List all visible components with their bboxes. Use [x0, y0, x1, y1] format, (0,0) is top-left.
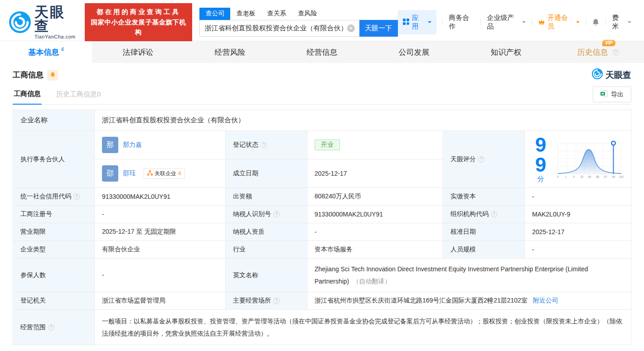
capital-value: 808240万人民币	[307, 188, 443, 206]
tab-history-info[interactable]: 历史信息 VIP	[552, 41, 644, 63]
paid-capital-value: -	[525, 188, 631, 206]
open-vip-button[interactable]: 开通会员	[538, 14, 580, 31]
auto-translate-note: （自动翻译）	[353, 278, 391, 285]
tab-operation-risk[interactable]: 经营风险	[184, 41, 276, 63]
top-nav: 应用 商务合作 企业级产品 开通会员	[398, 10, 631, 34]
table-row: 企业类型 有限合伙企业 行业 资本市场服务 人员规模 -	[13, 241, 631, 259]
apps-grid-icon	[403, 19, 409, 26]
tab-intellectual-property[interactable]: 知识产权	[460, 41, 552, 63]
table-row: 营业期限 2025-12-17 至 无固定期限 纳税人资质 - 核准日期 202…	[13, 223, 631, 241]
chevron-down-icon	[628, 21, 631, 25]
svg-text:85: 85	[596, 175, 600, 178]
svg-text:100: 100	[619, 175, 624, 178]
help-icon[interactable]	[613, 49, 619, 55]
subtab-row: 工商信息 历史工商信息0 导出	[13, 85, 631, 105]
promo-banner: 都在用的商业查询工具 国家中小企业发展子基金旗下机构	[85, 3, 193, 41]
label-text: 纳税人识别号	[233, 210, 271, 218]
clear-icon[interactable]: ✕	[347, 24, 355, 32]
partner-link[interactable]: 邵珏	[123, 169, 136, 178]
field-label: 天眼评分	[443, 131, 525, 188]
business-info-table: 企业名称 浙江省科创直投股权投资合伙企业（有限合伙） 执行事务合伙人 那 那力嘉…	[13, 110, 631, 345]
chevron-down-icon	[428, 21, 431, 25]
svg-text:50: 50	[588, 175, 591, 178]
chevron-down-icon	[576, 21, 580, 25]
help-icon[interactable]	[491, 211, 497, 217]
tab-operation-info[interactable]: 经营信息	[276, 41, 368, 63]
related-label: 关联企业	[155, 170, 176, 178]
search-tab-boss[interactable]: 查老板	[230, 8, 261, 20]
logo-title: 天眼查	[34, 5, 78, 33]
field-label: 统一社会信用代码	[13, 188, 95, 206]
insured-count-value: -	[95, 259, 226, 292]
excel-icon	[600, 90, 608, 99]
tab-company-development[interactable]: 公司发展	[368, 41, 460, 63]
partner-link[interactable]: 那力嘉	[123, 141, 142, 149]
english-name-cell: Zhejiang Sci Tech Innovation Direct Inve…	[307, 259, 631, 292]
tianyancha-logo-icon	[592, 68, 603, 82]
divider	[586, 19, 586, 26]
tab-legal-litigation[interactable]: 法律诉讼	[92, 41, 184, 63]
help-icon[interactable]	[273, 298, 280, 304]
svg-text:15: 15	[580, 175, 584, 178]
subtab-business-info[interactable]: 工商信息	[13, 85, 42, 105]
org-chart-icon	[147, 170, 153, 177]
business-scope-value: 一般项目：以私募基金从事股权投资、投资管理、资产管理等活动（须在中国证券投资基金…	[95, 310, 631, 345]
search-tab-relation[interactable]: 查关系	[261, 8, 292, 20]
apps-menu[interactable]: 应用	[398, 10, 437, 34]
apps-label: 应用	[412, 14, 424, 31]
help-icon[interactable]	[48, 324, 54, 331]
field-label: 出资额	[226, 188, 307, 206]
svg-text:1: 1	[565, 175, 567, 178]
search-tab-company[interactable]: 查公司	[199, 8, 230, 20]
field-label: 登记状态	[226, 131, 307, 159]
tab-basic-info[interactable]: 基本信息 4	[0, 41, 92, 63]
export-button[interactable]: 导出	[593, 87, 631, 102]
search-tabs: 查公司 查老板 查关系 查风险	[199, 8, 397, 20]
label-text: 统一社会信用代码	[20, 192, 71, 201]
notification-bell-icon[interactable]	[592, 19, 600, 26]
subtab-history-business-info[interactable]: 历史工商信息0	[55, 86, 102, 104]
field-label: 实缴资本	[443, 188, 525, 206]
related-companies-badge[interactable]: 关联企业 4	[144, 168, 185, 179]
tianyancha-logo[interactable]: 天眼查 TianYanCha.com	[9, 5, 78, 39]
table-row: 参保人数 - 英文名称 Zhejiang Sci Tech Innovation…	[13, 259, 631, 292]
svg-text:97: 97	[604, 175, 607, 178]
field-label: 人员规模	[443, 241, 525, 259]
label-text: 主要经营场所	[233, 297, 271, 305]
label-text: 经营范围	[20, 323, 46, 332]
reg-number-value: -	[95, 206, 226, 223]
field-label: 营业期限	[13, 223, 95, 241]
table-row: 执行事务合伙人 那 那力嘉 登记状态 开业	[13, 131, 631, 159]
vip-label: 开通会员	[547, 14, 572, 31]
field-label: 纳税人识别号	[226, 206, 307, 223]
field-label: 英文名称	[226, 259, 307, 292]
help-icon[interactable]	[73, 193, 80, 200]
avatar[interactable]: 邵	[102, 165, 118, 182]
user-menu[interactable]: 费米	[612, 14, 631, 31]
field-label: 成立日期	[226, 159, 307, 188]
search-input[interactable]	[199, 20, 359, 37]
credit-code-value: 91330000MAK2L0UY91	[95, 188, 226, 206]
table-row: 登记机关 浙江省市场监督管理局 主要经营场所 浙江省杭州市拱墅区长庆街道环城北路…	[13, 292, 631, 310]
search-tab-risk[interactable]: 查风险	[292, 8, 323, 20]
logo-domain: TianYanCha.com	[34, 34, 78, 39]
field-label: 组织机构代码	[443, 206, 525, 223]
help-icon[interactable]	[273, 211, 280, 217]
svg-text:0: 0	[557, 175, 559, 178]
export-label: 导出	[611, 91, 624, 99]
field-label: 主要经营场所	[226, 292, 307, 310]
field-label: 经营范围	[13, 310, 95, 345]
tab-label: 经营信息	[307, 47, 338, 58]
nav-cooperation[interactable]: 商务合作	[449, 14, 475, 31]
search-button[interactable]: 天眼一下	[359, 20, 398, 37]
score-unit: 分	[537, 175, 544, 183]
field-label: 参保人数	[13, 259, 95, 292]
nav-enterprise-products[interactable]: 企业级产品	[487, 14, 526, 31]
field-label: 核准日期	[443, 223, 525, 241]
avatar[interactable]: 那	[102, 137, 118, 153]
help-icon[interactable]	[261, 142, 267, 148]
help-icon[interactable]	[478, 156, 484, 163]
field-label: 执行事务合伙人	[13, 131, 95, 188]
nearby-companies-link[interactable]: 附近公司	[533, 297, 558, 304]
monitor-bell-icon[interactable]	[47, 70, 58, 81]
